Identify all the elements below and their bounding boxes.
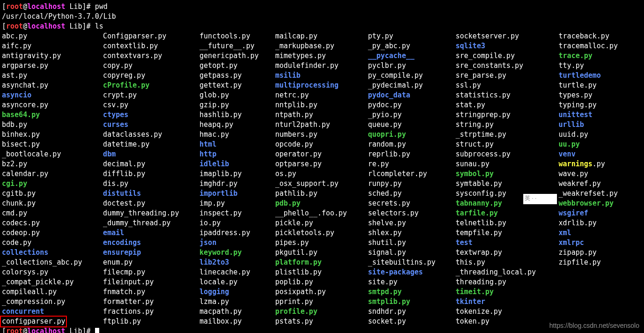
file-entry: trace.py (559, 51, 642, 61)
file-entry: pickle.py (275, 218, 368, 228)
file-entry: keyword.py (199, 248, 275, 258)
file-entry: colorsys.py (2, 267, 103, 277)
file-entry: _compression.py (2, 297, 103, 307)
file-entry: urllib (559, 120, 642, 130)
file-entry: glob.py (199, 90, 275, 100)
file-entry: _osx_support.py (275, 179, 368, 189)
file-entry: sre_compile.py (456, 51, 559, 61)
file-entry: smtplib.py (368, 297, 455, 307)
file-entry: threading.py (456, 277, 559, 287)
file-entry: xdrlib.py (559, 218, 642, 228)
file-entry: operator.py (275, 149, 368, 159)
file-entry: compileall.py (2, 287, 103, 297)
file-entry: _collections_abc.py (2, 258, 103, 267)
file-entry: idlelib (199, 159, 275, 169)
file-entry: macpath.py (199, 307, 275, 317)
file-entry: ast.py (2, 71, 103, 81)
file-entry: encodings (103, 238, 199, 248)
file-entry: wave.py (559, 169, 642, 179)
file-entry: tracemalloc.py (559, 41, 642, 51)
file-entry: _strptime.py (456, 130, 559, 140)
file-entry: unittest (559, 110, 642, 120)
file-entry: asyncore.py (2, 100, 103, 110)
file-entry: dummy_threading.py (103, 208, 199, 218)
file-entry: html (199, 140, 275, 149)
prompt-line-3[interactable]: [root@localhost Lib]# (2, 326, 642, 333)
file-entry: profile.py (275, 307, 368, 317)
file-entry: _compat_pickle.py (2, 277, 103, 287)
file-entry: sunau.py (456, 159, 559, 169)
file-entry: tempfile.py (456, 228, 559, 238)
file-entry: formatter.py (103, 297, 199, 307)
file-entry: msilib (275, 71, 368, 81)
file-entry: chunk.py (2, 199, 103, 208)
file-entry: dis.py (103, 179, 199, 189)
file-entry: codeop.py (2, 228, 103, 238)
file-entry: pprint.py (275, 297, 368, 307)
file-entry: lzma.py (199, 297, 275, 307)
file-entry: _threading_local.py (456, 267, 559, 277)
file-entry: __pycache__ (368, 51, 455, 61)
file-entry: plistlib.py (275, 267, 368, 277)
file-entry: crypt.py (103, 90, 199, 100)
file-entry: socket.py (368, 317, 455, 326)
file-entry: test (456, 238, 559, 248)
file-entry: imghdr.py (199, 179, 275, 189)
file-entry: Configparser.py (103, 31, 199, 41)
file-entry: imp.py (199, 199, 275, 208)
file-entry: posixpath.py (275, 287, 368, 297)
file-entry: asyncio (2, 90, 103, 100)
file-entry: textwrap.py (456, 248, 559, 258)
file-entry: binhex.py (2, 130, 103, 140)
file-entry: configparser.py (2, 317, 103, 326)
file-entry: smtpd.py (368, 287, 455, 297)
terminal[interactable]: [root@localhost Lib]# pwd /usr/local/Pyt… (2, 2, 642, 333)
file-entry: py_compile.py (368, 71, 455, 81)
file-entry: telnetlib.py (456, 218, 559, 228)
file-entry: xmlrpc (559, 238, 642, 248)
file-entry: json (199, 238, 275, 248)
file-entry: bisect.py (2, 140, 103, 149)
ls-column-2: functools.py__future__.pygenericpath.pyg… (199, 31, 275, 326)
file-entry: _py_abc.py (368, 41, 455, 51)
file-entry: pydoc.py (368, 100, 455, 110)
file-entry: ctypes (103, 110, 199, 120)
file-entry: cmd.py (2, 208, 103, 218)
file-entry: os.py (275, 169, 368, 179)
file-entry: _weakrefset.py (559, 189, 642, 199)
file-entry: abc.py (2, 31, 103, 41)
file-entry: code.py (2, 238, 103, 248)
file-entry: opcode.py (275, 140, 368, 149)
prompt-line-1: [root@localhost Lib]# pwd (2, 2, 642, 12)
file-entry: types.py (559, 90, 642, 100)
file-entry: ntpath.py (275, 110, 368, 120)
cursor-icon (95, 328, 99, 333)
watermark-text: https://blog.csdn.net/sevensolo (549, 322, 639, 329)
ime-indicator[interactable]: 英 · · (523, 194, 557, 204)
file-entry: inspect.py (199, 208, 275, 218)
file-entry: collections (2, 248, 103, 258)
file-entry: concurrent (2, 307, 103, 317)
file-entry: this.py (456, 258, 559, 267)
file-entry: lib2to3 (199, 258, 275, 267)
file-entry: nturl2path.py (275, 120, 368, 130)
file-entry: uu.py (559, 140, 642, 149)
file-entry: multiprocessing (275, 81, 368, 90)
file-entry: datetime.py (103, 140, 199, 149)
ls-column-0: abc.pyaifc.pyantigravity.pyargparse.pyas… (2, 31, 103, 326)
file-entry: warnings.py (559, 159, 642, 169)
file-entry: aifc.py (2, 41, 103, 51)
file-entry: decimal.py (103, 159, 199, 169)
file-entry: pty.py (368, 31, 455, 41)
file-entry: locale.py (199, 277, 275, 287)
file-entry: poplib.py (275, 277, 368, 287)
file-entry: subprocess.py (456, 149, 559, 159)
file-entry: sre_constants.py (456, 61, 559, 71)
file-entry: dataclasses.py (103, 130, 199, 140)
file-entry: fractions.py (103, 307, 199, 317)
file-entry: uuid.py (559, 130, 642, 140)
file-entry: pstats.py (275, 317, 368, 326)
file-entry: sre_parse.py (456, 71, 559, 81)
file-entry: mailcap.py (275, 31, 368, 41)
file-entry: typing.py (559, 100, 642, 110)
